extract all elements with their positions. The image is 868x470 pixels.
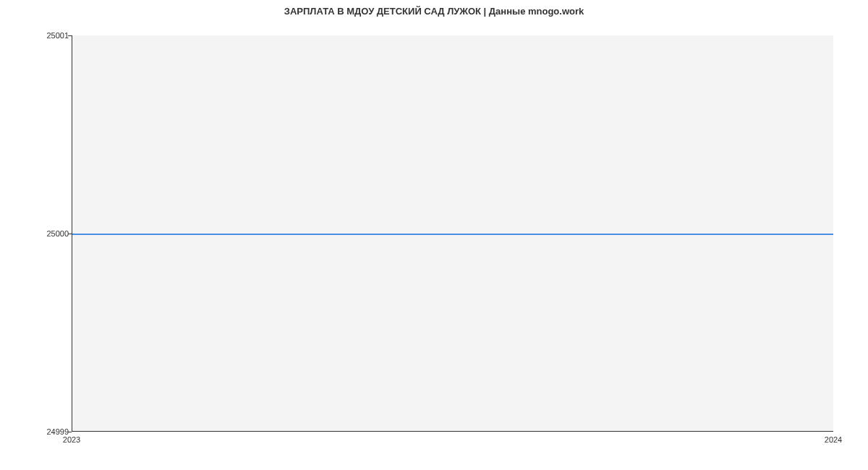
data-line: [72, 234, 833, 235]
y-tick-label: 25000: [46, 229, 69, 238]
y-tick-mark: [68, 432, 72, 432]
y-tick-label: 25001: [46, 31, 69, 40]
y-tick-mark: [68, 234, 72, 234]
chart-plot-area: [72, 35, 833, 432]
y-tick-mark: [68, 35, 72, 36]
chart-title: ЗАРПЛАТА В МДОУ ДЕТСКИЙ САД ЛУЖОК | Данн…: [0, 6, 868, 17]
x-tick-label: 2023: [63, 435, 80, 444]
x-tick-label: 2024: [825, 435, 842, 444]
